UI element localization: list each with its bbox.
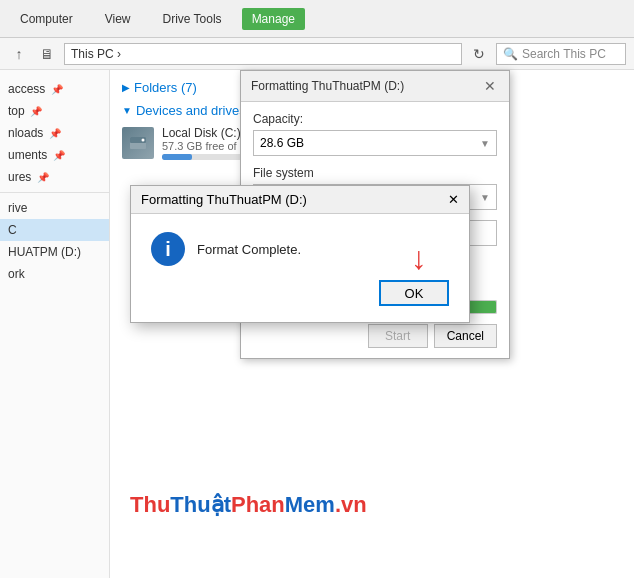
start-button[interactable]: Start bbox=[368, 324, 428, 348]
nav-back-button[interactable]: ↑ bbox=[8, 43, 30, 65]
complete-message: Format Complete. bbox=[197, 242, 301, 257]
complete-body: i Format Complete. ↓ OK bbox=[131, 214, 469, 322]
address-bar: ↑ 🖥 This PC › ↻ 🔍 Search This PC bbox=[0, 38, 634, 70]
format-dialog-buttons: Start Cancel bbox=[253, 324, 497, 348]
watermark-thu: Thu bbox=[130, 492, 170, 517]
watermark-thuat: Thuật bbox=[170, 492, 231, 517]
watermark-phan: Phan bbox=[231, 492, 285, 517]
folders-label: Folders (7) bbox=[134, 80, 197, 95]
used-bar bbox=[162, 154, 192, 160]
red-arrow-icon: ↓ bbox=[411, 242, 427, 274]
sidebar-item-documents[interactable]: uments 📌 bbox=[0, 144, 109, 166]
pin-icon: 📌 bbox=[37, 172, 49, 183]
sidebar-item-downloads[interactable]: nloads 📌 bbox=[0, 122, 109, 144]
pin-icon: 📌 bbox=[49, 128, 61, 139]
sidebar-item-top[interactable]: top 📌 bbox=[0, 100, 109, 122]
refresh-button[interactable]: ↻ bbox=[468, 43, 490, 65]
tab-drive-tools[interactable]: Drive Tools bbox=[150, 6, 233, 32]
search-placeholder: Search This PC bbox=[522, 47, 606, 61]
pin-icon: 📌 bbox=[51, 84, 63, 95]
info-icon: i bbox=[151, 232, 185, 266]
complete-close-button[interactable]: ✕ bbox=[448, 192, 459, 207]
capacity-select[interactable]: 28.6 GB ▼ bbox=[253, 130, 497, 156]
chevron-down-icon: ▼ bbox=[480, 192, 490, 203]
device-icon bbox=[122, 127, 154, 159]
svg-point-2 bbox=[142, 139, 145, 142]
format-dialog-bg-close[interactable]: ✕ bbox=[481, 77, 499, 95]
capacity-value: 28.6 GB bbox=[260, 136, 304, 150]
watermark-dotvn: .vn bbox=[335, 492, 367, 517]
toolbar: Computer View Drive Tools Manage bbox=[0, 0, 634, 38]
sidebar-item-access[interactable]: access 📌 bbox=[0, 78, 109, 100]
nav-pc-icon[interactable]: 🖥 bbox=[36, 43, 58, 65]
search-icon: 🔍 bbox=[503, 47, 518, 61]
sidebar-divider bbox=[0, 192, 109, 193]
sidebar-item-drive[interactable]: rive bbox=[0, 197, 109, 219]
format-complete-dialog: Formatting ThuThuatPM (D:) ✕ i Format Co… bbox=[130, 185, 470, 323]
sidebar-item-pictures[interactable]: ures 📌 bbox=[0, 166, 109, 188]
watermark-mem: Mem bbox=[285, 492, 335, 517]
cancel-button[interactable]: Cancel bbox=[434, 324, 497, 348]
sidebar: access 📌 top 📌 nloads 📌 uments 📌 ures 📌 bbox=[0, 70, 110, 578]
sidebar-item-c[interactable]: C bbox=[0, 219, 109, 241]
complete-title: Formatting ThuThuatPM (D:) bbox=[141, 192, 307, 207]
pin-icon: 📌 bbox=[53, 150, 65, 161]
filesystem-label: File system bbox=[253, 166, 497, 180]
complete-ok-row: ↓ OK bbox=[151, 280, 449, 306]
watermark: ThuThuậtPhanMem.vn bbox=[130, 492, 367, 518]
chevron-icon: ▶ bbox=[122, 82, 130, 93]
capacity-label: Capacity: bbox=[253, 112, 497, 126]
ok-button[interactable]: OK bbox=[379, 280, 449, 306]
pin-icon: 📌 bbox=[30, 106, 42, 117]
manage-button[interactable]: Manage bbox=[242, 8, 305, 30]
complete-titlebar: Formatting ThuThuatPM (D:) ✕ bbox=[131, 186, 469, 214]
tab-view[interactable]: View bbox=[93, 6, 143, 32]
address-path[interactable]: This PC › bbox=[64, 43, 462, 65]
chevron-icon: ▼ bbox=[122, 105, 132, 116]
chevron-down-icon: ▼ bbox=[480, 138, 490, 149]
tab-computer[interactable]: Computer bbox=[8, 6, 85, 32]
search-box[interactable]: 🔍 Search This PC bbox=[496, 43, 626, 65]
complete-message-row: i Format Complete. bbox=[151, 232, 449, 266]
sidebar-item-network[interactable]: ork bbox=[0, 263, 109, 285]
format-dialog-bg-titlebar: Formatting ThuThuatPM (D:) ✕ bbox=[241, 71, 509, 102]
sidebar-item-d[interactable]: HUATPM (D:) bbox=[0, 241, 109, 263]
format-dialog-bg-title: Formatting ThuThuatPM (D:) bbox=[251, 79, 404, 93]
